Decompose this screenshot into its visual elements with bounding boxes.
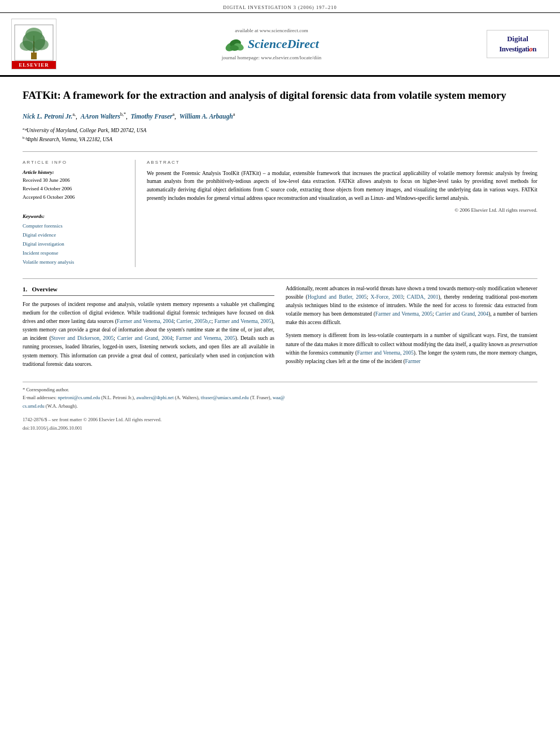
keyword-2: Digital evidence [23,230,126,239]
email-walters[interactable]: awalters@4tphi.net [136,395,173,400]
keywords-list: Computer forensics Digital evidence Digi… [23,221,126,267]
page: DIGITAL INVESTIGATION 3 (2006) 197–210 [0,0,560,747]
ref-caida[interactable]: CAIDA, 2001 [407,294,439,300]
svg-rect-0 [31,53,37,59]
ref-farmer-2005a[interactable]: Farmer and Venema, 2005 [215,318,272,324]
ref-hoglund[interactable]: Hoglund and Butler, 2005 [308,294,367,300]
email-arbaugh[interactable]: waa@ [273,395,285,400]
abstract-section: ABSTRACT We present the Forensic Analysi… [147,160,537,267]
doi-text: doi:10.1016/j.diin.2006.10.001 [23,424,537,432]
journal-url: journal homepage: www.elsevier.com/locat… [222,55,321,60]
received-date: Received 30 June 2006 Revised 4 October … [23,176,126,202]
ref-farmer-2005c[interactable]: Farmer and Venema, 2005 [375,311,432,317]
article-info-header: ARTICLE INFO [23,160,126,165]
affiliations: aᵃUniversity of Maryland, College Park, … [23,126,537,145]
column-left: 1. Overview For the purposes of incident… [23,285,274,374]
author-petroni: Nick L. Petroni Jr. [23,113,73,120]
paper-title: FATKit: A framework for the extraction a… [23,88,537,103]
sciencedirect-leaves-icon [224,36,246,53]
email-footnote: E-mail addresses: npetroni@cs.umd.edu (N… [23,394,537,410]
di-line1: Digital [492,34,544,44]
footnotes: * Corresponding author. E-mail addresses… [23,382,537,410]
authors: Nick L. Petroni Jr.a,, AAron Waltersb,*,… [23,111,537,121]
abstract-text: We present the Forensic Analysis ToolKit… [147,169,537,203]
author-fraser: Timothy Fraser [131,113,173,120]
ref-farmer-2004[interactable]: Farmer and Venema, 2004 [117,318,174,324]
corresponding-note: * Corresponding author. E-mail addresses… [23,386,537,410]
section1-name: Overview [32,286,58,292]
copyright-line: © 2006 Elsevier Ltd. All rights reserved… [147,207,537,213]
keyword-1: Computer forensics [23,221,126,230]
elsevier-logo: ELSEVIER [11,19,56,69]
banner-center: available at www.sciencedirect.com Scien… [62,28,481,60]
issn-text: 1742-2876/$ – see front matter © 2006 El… [23,416,537,423]
sciencedirect-logo: ScienceDirect [224,36,319,53]
affil-a: aᵃUniversity of Maryland, College Park, … [23,126,537,135]
email-fraser[interactable]: tfraser@umiacs.umd.edu [201,395,249,400]
article-meta: ARTICLE INFO Article history: Received 3… [23,160,537,267]
section1-left-text: For the purposes of incident response an… [23,300,274,369]
section1-number: 1. [23,286,27,292]
body-columns: 1. Overview For the purposes of incident… [23,285,537,374]
ref-carrier-grand2[interactable]: Carrier and Grand, 2004 [435,311,488,317]
article-info: ARTICLE INFO Article history: Received 3… [23,160,135,267]
keyword-5: Volatile memory analysis [23,257,126,267]
section1-right-para2: System memory is different from its less… [286,331,537,366]
author-walters: AAron Walters [81,113,120,120]
keywords-label: Keywords: [23,213,126,219]
svg-point-3 [20,41,33,51]
banner: ELSEVIER available at www.sciencedirect.… [0,13,560,77]
journal-header-text: DIGITAL INVESTIGATION 3 (2006) 197–210 [223,5,336,10]
sciencedirect-text: ScienceDirect [248,37,319,51]
column-right: Additionally, recent advances in real-wo… [286,285,537,374]
ref-xforce[interactable]: X-Force, 2003 [370,294,403,300]
section1-title: 1. Overview [23,285,274,296]
di-box: Digital Investigation [487,30,549,58]
history-label: Article history: [23,169,126,175]
ref-carrier-2005[interactable]: Carrier, 2005b,c [177,318,212,324]
journal-header: DIGITAL INVESTIGATION 3 (2006) 197–210 [0,0,560,13]
svg-point-5 [25,28,42,41]
main-content: FATKit: A framework for the extraction a… [0,88,560,373]
email-arbaugh-2[interactable]: cs.umd.edu [23,403,45,409]
digital-investigation-logo: Digital Investigation [487,30,549,58]
abstract-header: ABSTRACT [147,160,537,165]
ref-farmer-2005b[interactable]: Farmer and Venema, 2005 [176,335,235,341]
di-line2: Investigation [492,44,544,54]
email-petroni[interactable]: npetroni@cs.umd.edu [58,395,100,400]
keyword-4: Incident response [23,248,126,257]
divider-1 [23,151,537,152]
available-text: available at www.sciencedirect.com [235,28,308,33]
section1-right-para1: Additionally, recent advances in real-wo… [286,285,537,327]
footer: 1742-2876/$ – see front matter © 2006 El… [23,416,537,432]
ref-farmer-2005d[interactable]: Farmer and Venema, 2005 [357,350,414,356]
ref-farmer-end[interactable]: Farmer [405,359,421,364]
ref-stover[interactable]: Stover and Dickerson, 2005 [51,335,114,341]
elsevier-tree-icon [14,24,54,61]
keyword-3: Digital investigation [23,239,126,248]
elsevier-label-text: ELSEVIER [12,61,56,69]
divider-2 [23,278,537,279]
author-arbaugh: William A. Arbaugh [180,113,233,120]
ref-carrier-grand[interactable]: Carrier and Grand, 2004 [117,335,172,341]
affil-b: bᵇ4tphi Research, Vienna, VA 22182, USA [23,135,537,144]
